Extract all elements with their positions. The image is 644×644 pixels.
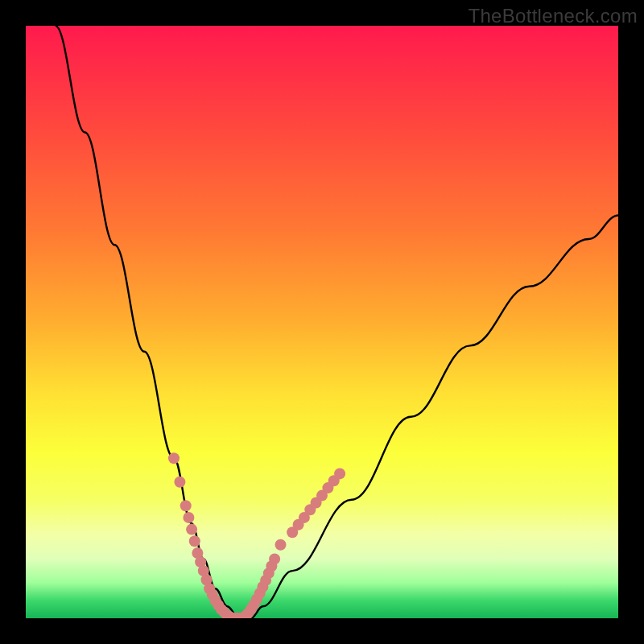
watermark-text: TheBottleneck.com — [468, 5, 638, 27]
chart-svg — [26, 26, 618, 618]
highlight-dot — [186, 524, 197, 535]
highlight-dot — [168, 452, 180, 464]
highlight-dot — [269, 553, 280, 564]
bottleneck-curve — [56, 26, 618, 618]
highlight-dot — [183, 512, 194, 523]
plot-area — [26, 26, 618, 618]
chart-frame: TheBottleneck.com — [0, 0, 644, 644]
highlight-dot — [189, 535, 200, 547]
highlight-dot — [180, 500, 192, 511]
highlight-dot — [275, 539, 287, 551]
highlight-dot — [334, 468, 345, 479]
highlight-dot — [174, 477, 185, 488]
highlight-dots — [168, 452, 345, 618]
